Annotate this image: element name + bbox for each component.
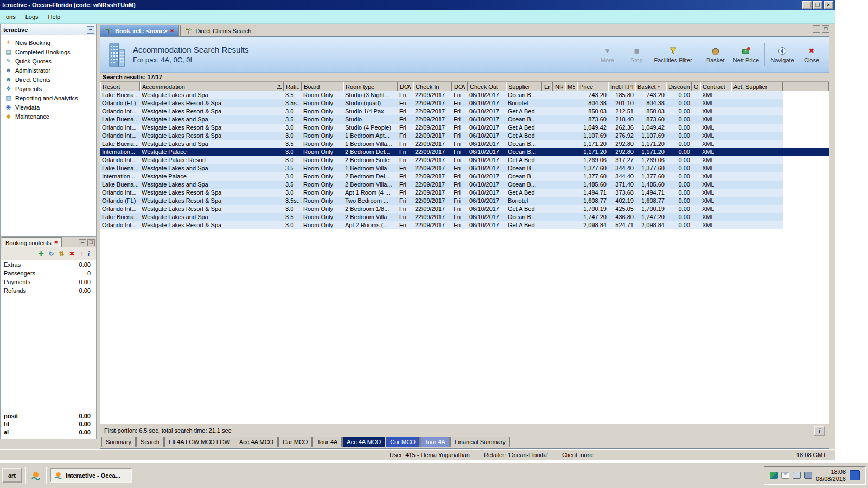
- column-header-dow[interactable]: DOW: [398, 82, 413, 91]
- table-row[interactable]: Lake Buena...Westgate Lakes and Spa3.5Ro…: [100, 213, 783, 221]
- menu-ons[interactable]: ons: [1, 12, 21, 22]
- table-row[interactable]: Lake Buena...Westgate Lakes and Spa3.5Ro…: [100, 115, 783, 124]
- table-row[interactable]: Orlando (FL)Westgate Lakes Resort & Spa3…: [100, 197, 783, 205]
- booking-contents-close-icon[interactable]: ✖: [54, 240, 58, 245]
- delete-icon[interactable]: ✖: [69, 250, 75, 258]
- tab-direct-clients-search[interactable]: Direct Clients Search: [180, 25, 256, 36]
- column-header-board[interactable]: Board: [302, 82, 343, 91]
- table-row[interactable]: Lake Buena...Westgate Lakes and Spa3.5Ro…: [100, 140, 783, 148]
- sidebar-item-administrator[interactable]: ☻Administrator: [1, 66, 96, 75]
- bottom-tab-acc-4a-mco[interactable]: Acc 4A MCO: [235, 437, 278, 447]
- close-button[interactable]: ✖Close: [800, 46, 824, 63]
- tray-app-icon[interactable]: [770, 472, 778, 479]
- column-header-act-supplier[interactable]: Act. Supplier: [731, 82, 783, 91]
- tray-audio-icon[interactable]: [804, 472, 812, 479]
- menu-help[interactable]: Help: [43, 12, 66, 22]
- sidebar-item-payments[interactable]: ❖Payments: [1, 84, 96, 93]
- tray-network-icon[interactable]: [793, 472, 801, 479]
- bottom-tab-tour-4a[interactable]: Tour 4A: [420, 437, 450, 447]
- filter-funnel-icon[interactable]: ▼: [277, 84, 282, 89]
- table-row[interactable]: Internation...Westgate Palace3.0Room Onl…: [100, 148, 829, 156]
- bottom-tab-acc-4a-mco[interactable]: Acc 4A MCO: [342, 437, 385, 447]
- column-header-of[interactable]: Of: [692, 82, 700, 91]
- bottom-tab-flt-4a-lgw-mco-lgw[interactable]: Flt 4A LGW MCO LGW: [164, 437, 234, 447]
- start-button[interactable]: art: [2, 468, 22, 483]
- sidebar-item-maintenance[interactable]: ◆Maintenance: [1, 112, 96, 121]
- tab-close-icon[interactable]: ✖: [170, 29, 175, 34]
- table-row[interactable]: Orlando Int...Westgate Lakes Resort & Sp…: [100, 124, 783, 132]
- taskbar-clock[interactable]: 18:08 08/08/2016: [816, 468, 846, 483]
- column-header-price[interactable]: Price: [577, 82, 608, 91]
- results-table: Lake Buena...Westgate Lakes and Spa3.5Ro…: [100, 91, 829, 229]
- sidebar-item-quick-quotes[interactable]: ✎Quick Quotes: [1, 56, 96, 66]
- column-header-room-type[interactable]: Room type: [343, 82, 398, 91]
- table-row[interactable]: Orlando Int...Westgate Lakes Resort & Sp…: [100, 132, 783, 140]
- column-header-incl-fl-pp[interactable]: Incl.Fl.PP: [608, 82, 635, 91]
- transfer-icon[interactable]: ⇅: [59, 250, 65, 258]
- column-header-basket[interactable]: Basket▼: [635, 82, 666, 91]
- close-button[interactable]: ×: [824, 1, 833, 9]
- column-header-accommodation[interactable]: Accommodation▼: [140, 82, 284, 91]
- sidebar-item-completed-bookings[interactable]: ▤Completed Bookings: [1, 47, 96, 56]
- bottom-tab-car-mco[interactable]: Car MCO: [386, 437, 419, 447]
- column-header-discount[interactable]: Discount: [666, 82, 692, 91]
- sidebar-item-direct-clients[interactable]: ☻Direct Clients: [1, 75, 96, 84]
- table-row[interactable]: Orlando Int...Westgate Lakes Resort & Sp…: [100, 189, 783, 197]
- info-button[interactable]: i: [814, 426, 825, 436]
- column-header-dow[interactable]: DOW: [452, 82, 468, 91]
- column-header-check-in[interactable]: Check In: [413, 82, 452, 91]
- booking-contents-title: Booking contents: [5, 240, 51, 246]
- taskbar-task-button[interactable]: Interactive - Ocea...: [50, 468, 132, 483]
- table-row[interactable]: Lake Buena...Westgate Lakes and Spa3.5Ro…: [100, 181, 783, 189]
- table-row[interactable]: Lake Buena...Westgate Lakes and Spa3.5Ro…: [100, 164, 783, 172]
- bottom-tab-summary[interactable]: Summary: [101, 437, 136, 447]
- column-header-er[interactable]: Er: [542, 82, 553, 91]
- panel-restore-button[interactable]: ❐: [87, 239, 95, 246]
- nett-price-button[interactable]: £Nett Price: [733, 46, 759, 63]
- bottom-tab-tour-4a[interactable]: Tour 4A: [312, 437, 342, 447]
- column-header-contract[interactable]: Contract: [700, 82, 731, 91]
- add-icon[interactable]: ✚: [38, 250, 43, 258]
- table-row[interactable]: Orlando Int...Westgate Lakes Resort & Sp…: [100, 205, 783, 213]
- app-body: teractive − ☀New Booking▤Completed Booki…: [0, 24, 835, 449]
- sidebar-item-reporting-and-analytics[interactable]: ▥Reporting and Analytics: [1, 93, 96, 102]
- refresh-icon[interactable]: ↻: [48, 250, 54, 258]
- promote-icon[interactable]: ↑: [80, 250, 83, 258]
- column-header-supplier[interactable]: Supplier: [506, 82, 542, 91]
- sidebar-item-new-booking[interactable]: ☀New Booking: [1, 38, 96, 47]
- info-icon[interactable]: i: [88, 250, 90, 258]
- minimize-button[interactable]: _: [802, 1, 812, 9]
- facilities-filter-button[interactable]: Facilities Filter: [654, 46, 692, 63]
- table-row[interactable]: Lake Buena...Westgate Lakes and Spa3.5Ro…: [100, 91, 783, 99]
- booking-contents-tab[interactable]: Booking contents ✖: [2, 237, 62, 247]
- column-header-check-out[interactable]: Check Out: [468, 82, 506, 91]
- column-header-rati[interactable]: Rati...: [284, 82, 302, 91]
- bottom-tab-search[interactable]: Search: [136, 437, 164, 447]
- sidebar-item-viewdata[interactable]: ◉Viewdata: [1, 102, 96, 112]
- table-row[interactable]: Orlando (FL)Westgate Lakes Resort & Spa3…: [100, 99, 783, 107]
- tabstrip-controls: ─ ❐: [813, 25, 829, 33]
- tab-book-ref-none[interactable]: Book. ref.: <none>✖: [100, 25, 179, 36]
- bottom-tab-financial-summary[interactable]: Financial Summary: [450, 437, 510, 447]
- restore-button[interactable]: ❐: [813, 1, 822, 9]
- collapse-button[interactable]: −: [87, 26, 94, 34]
- tray-mail-icon[interactable]: [781, 472, 789, 479]
- column-header-nr[interactable]: NR: [553, 82, 565, 91]
- table-row[interactable]: Orlando Int...Westgate Palace Resort3.0R…: [100, 156, 783, 164]
- basket-button[interactable]: Basket: [704, 46, 727, 63]
- sidebar-item-label: Maintenance: [15, 113, 49, 120]
- table-row[interactable]: Internation...Westgate Palace3.0Room Onl…: [100, 172, 783, 181]
- quicklaunch-app-icon[interactable]: [29, 469, 42, 482]
- table-row[interactable]: Orlando Int...Westgate Lakes Resort & Sp…: [100, 107, 783, 115]
- navigate-button[interactable]: Navigate: [770, 46, 794, 63]
- panel-minimize-button[interactable]: ─: [79, 239, 86, 246]
- table-row[interactable]: Orlando Int...Westgate Lakes Resort & Sp…: [100, 221, 783, 229]
- column-header-resort[interactable]: Resort: [100, 82, 140, 91]
- tabgroup-minimize-button[interactable]: ─: [813, 25, 820, 33]
- tabgroup-restore-button[interactable]: ❐: [822, 25, 829, 33]
- column-header-ms[interactable]: MS: [565, 82, 577, 91]
- menu-logs[interactable]: Logs: [21, 12, 43, 22]
- bottom-tab-car-mco[interactable]: Car MCO: [278, 437, 312, 447]
- tray-network-status-icon[interactable]: [850, 470, 860, 480]
- cell-of: [692, 221, 700, 229]
